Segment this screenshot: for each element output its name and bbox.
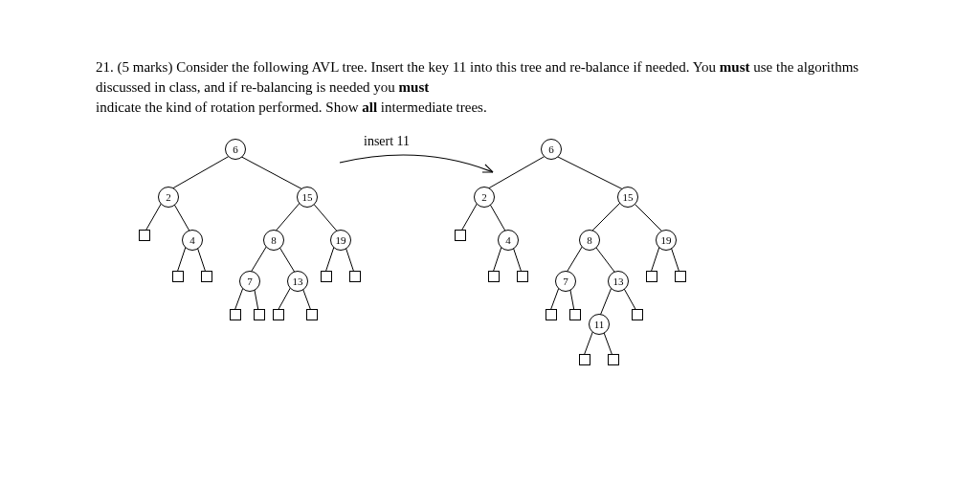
node-19: 19: [330, 230, 351, 251]
leaf: [579, 354, 590, 365]
svg-line-21: [632, 201, 665, 234]
leaf: [201, 271, 212, 282]
q-marks: (5 marks): [118, 59, 173, 75]
node-15: 15: [297, 187, 318, 208]
q-number: 21.: [96, 59, 114, 75]
leaf: [632, 309, 643, 320]
node-11: 11: [589, 314, 610, 335]
leaf: [488, 271, 500, 282]
leaf: [569, 309, 581, 320]
q-must1: must: [720, 59, 750, 75]
node-4: 4: [498, 230, 519, 251]
leaf: [230, 309, 241, 320]
svg-line-5: [311, 201, 340, 234]
leaf: [139, 230, 150, 241]
question-text: 21. (5 marks) Consider the following AVL…: [96, 57, 890, 118]
node-6: 6: [225, 139, 246, 160]
node-7: 7: [555, 271, 576, 292]
svg-line-16: [483, 153, 550, 191]
leaf: [608, 354, 619, 365]
leaf: [546, 309, 557, 320]
svg-line-33: [603, 330, 612, 356]
svg-line-17: [550, 153, 627, 191]
q-part4: intermediate trees.: [381, 99, 487, 115]
node-4: 4: [182, 230, 203, 251]
svg-line-32: [584, 330, 593, 356]
leaf: [675, 271, 686, 282]
q-all: all: [362, 99, 377, 115]
q-part3: indicate the kind of rotation performed.…: [96, 99, 362, 115]
node-15: 15: [617, 187, 638, 208]
tree-left: 6 2 15 4 8 19 7 13: [124, 134, 373, 344]
leaf: [646, 271, 657, 282]
svg-line-0: [167, 153, 234, 191]
leaf: [321, 271, 332, 282]
leaf: [273, 309, 284, 320]
q-part1: Consider the following AVL tree. Insert …: [176, 59, 720, 75]
node-2: 2: [474, 187, 495, 208]
node-7: 7: [239, 271, 260, 292]
node-2: 2: [158, 187, 179, 208]
svg-line-1: [234, 153, 306, 191]
svg-line-20: [589, 201, 622, 234]
leaf: [349, 271, 361, 282]
leaf: [306, 309, 318, 320]
q-must2: must: [399, 79, 430, 95]
tree-right: 6 2 15 4 8 19 7 13 11: [440, 134, 708, 421]
leaf: [254, 309, 265, 320]
node-19: 19: [656, 230, 677, 251]
node-13: 13: [287, 271, 308, 292]
node-13: 13: [608, 271, 629, 292]
leaf: [455, 230, 466, 241]
node-8: 8: [263, 230, 284, 251]
node-8: 8: [579, 230, 600, 251]
node-6: 6: [541, 139, 562, 160]
leaf: [172, 271, 184, 282]
leaf: [517, 271, 528, 282]
